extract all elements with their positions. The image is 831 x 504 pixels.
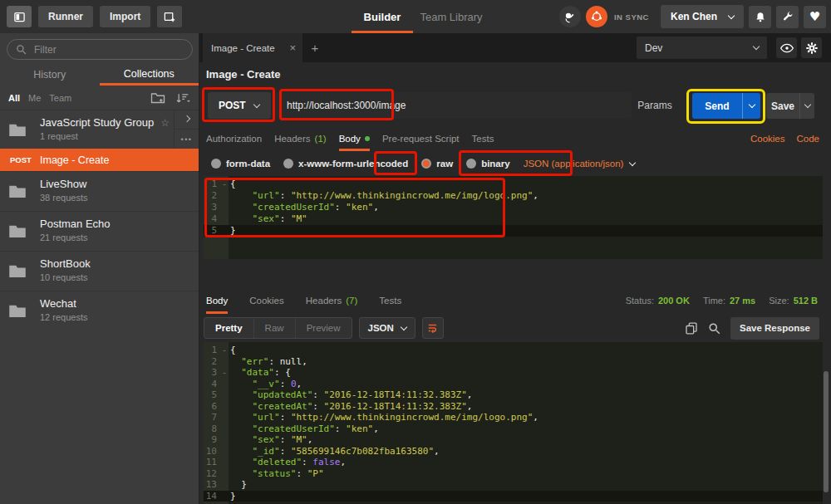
fold-icon[interactable]: - [220,367,229,379]
response-format-select[interactable]: JSON [359,317,416,339]
code-text: "url": "http://www.thinkingincrowd.me/im… [229,412,538,423]
view-pretty[interactable]: Pretty [204,318,254,338]
scope-all[interactable]: All [8,93,20,103]
collection-name-label: Postman Echo [40,218,111,230]
content-type-select[interactable]: JSON (application/json) [524,159,636,169]
collection-wechat[interactable]: Wechat 12 requests [0,291,199,330]
mode-binary[interactable]: binary [466,159,510,169]
url-input[interactable] [285,99,623,112]
view-preview[interactable]: Preview [296,318,352,338]
response-tab-headers[interactable]: Headers (7) [306,286,358,314]
tab-prerequest-script[interactable]: Pre-request Script [382,126,460,151]
collection-liveshow[interactable]: LiveShow 38 requests [0,171,199,210]
request-body-editor[interactable]: 1-{2 "url": "http://www.thinkingincrowd.… [204,176,823,259]
favorites-button[interactable]: ♥ [804,6,826,28]
size-badge: Size: 512 B [769,296,818,306]
request-item-image-create[interactable]: POST Image - Create [0,149,199,171]
tab-history[interactable]: History [0,64,100,86]
tab-image-create[interactable]: Image - Create × [203,33,302,62]
fold-icon[interactable]: - [220,179,229,190]
new-collection-icon[interactable] [150,91,165,104]
scope-me[interactable]: Me [28,93,41,103]
content-type-label: JSON (application/json) [524,159,624,169]
nav-tab-builder[interactable]: Builder [352,0,413,33]
collapse-collection-button[interactable] [175,110,199,130]
save-response-button[interactable]: Save Response [730,317,819,340]
response-body-editor[interactable]: 1-{2 "err": null,3- "data": {4 "__v": 0,… [204,342,823,504]
chevron-down-icon [804,101,810,108]
tab-authorization[interactable]: Authorization [206,126,262,151]
response-scrollbar-thumb[interactable] [824,371,829,492]
sync-status-label: IN SYNC [614,12,649,22]
settings-tools-button[interactable] [776,6,799,28]
send-options-button[interactable] [742,93,760,119]
tab-body[interactable]: Body [339,126,370,151]
response-meta: Status: 200 OK Time: 27 ms Size: 512 B [626,286,818,314]
tab-collections[interactable]: Collections [100,64,199,86]
sync-button[interactable] [586,6,607,27]
star-icon[interactable]: ☆ [160,117,170,129]
word-wrap-toggle[interactable] [422,317,444,339]
code-text: "__v": 0, [229,379,302,390]
runner-button[interactable]: Runner [38,6,93,27]
save-button[interactable]: Save [766,93,799,119]
new-window-button[interactable] [157,6,182,27]
gear-icon [805,42,819,55]
response-tabs: Body Cookies Headers (7) Tests Status: 2… [199,286,831,314]
collection-javascript-study-group[interactable]: JavaScript Study Group☆ 1 request ••• [0,110,199,149]
tab-tests[interactable]: Tests [472,126,494,151]
mode-raw[interactable]: raw [421,159,453,169]
sort-icon[interactable] [175,92,190,104]
response-tab-body[interactable]: Body [206,286,228,314]
collection-name-label: JavaScript Study Group [40,116,154,129]
save-options-button[interactable] [799,93,814,119]
environment-preview-button[interactable] [776,37,797,58]
collection-name-label: Wechat [40,297,76,310]
code-text: "_id": "585699146c7b082fba163580", [229,446,440,458]
new-tab-button[interactable]: + [302,33,327,62]
params-button[interactable]: Params [632,92,678,119]
radio-unselected-icon[interactable] [466,159,476,169]
user-menu[interactable]: Ken Chen [661,5,744,28]
radio-unselected-icon[interactable] [211,159,221,169]
response-tab-cookies[interactable]: Cookies [249,286,284,314]
radio-unselected-icon[interactable] [283,159,293,169]
search-icon[interactable] [708,322,720,335]
proxy-button[interactable] [559,6,581,27]
line-number: 10 [204,446,220,458]
close-icon[interactable]: × [289,42,296,54]
settings-button[interactable] [801,37,822,58]
copy-icon[interactable] [685,321,698,335]
code-line: 6 "createdAt": "2016-12-18T14:11:32.383Z… [204,401,823,413]
environment-select[interactable]: Dev [637,37,767,59]
collection-postman-echo[interactable]: Postman Echo 21 requests [0,211,199,250]
response-tab-tests[interactable]: Tests [379,286,401,314]
send-label: Send [705,100,729,112]
notifications-button[interactable] [749,6,771,28]
collection-shortbook[interactable]: ShortBook 10 requests [0,251,199,290]
code-line: 4 "sex": "M" [204,213,823,225]
filter-input[interactable] [32,43,165,56]
code-link[interactable]: Code [797,134,820,144]
filter-box [7,39,193,60]
nav-tab-team-library[interactable]: Team Library [418,0,484,33]
import-button[interactable]: Import [100,6,150,27]
send-button[interactable]: Send [692,93,742,119]
fold-icon[interactable]: - [220,345,229,356]
collection-more-button[interactable]: ••• [175,130,199,149]
mode-x-www-form-urlencoded[interactable]: x-www-form-urlencoded [283,159,408,169]
view-raw[interactable]: Raw [254,318,296,338]
tab-headers[interactable]: Headers (1) [274,126,327,151]
cookies-link[interactable]: Cookies [750,134,785,144]
scope-team[interactable]: Team [49,93,71,103]
method-select[interactable]: POST [208,92,271,119]
fold-spacer [220,434,229,446]
body-filled-dot [365,136,370,141]
header-right-cluster: IN SYNC Ken Chen ♥ [559,0,826,33]
sidebar-toggle-button[interactable] [7,6,32,27]
format-label: JSON [368,323,394,333]
code-line: 5 "updatedAt": "2016-12-18T14:11:32.383Z… [204,389,823,401]
save-label: Save [771,100,794,112]
radio-selected-icon[interactable] [421,159,431,169]
mode-form-data[interactable]: form-data [211,159,270,169]
